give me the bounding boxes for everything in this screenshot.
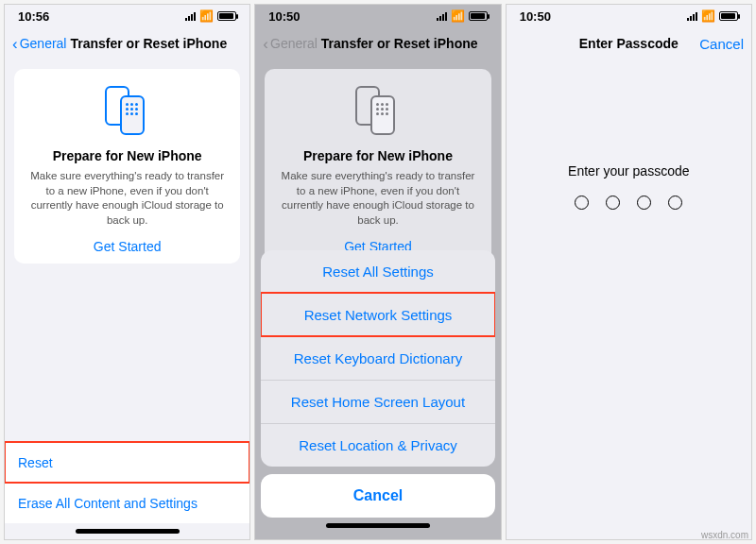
nav-title: Enter Passcode xyxy=(579,36,679,51)
battery-icon xyxy=(469,11,488,21)
battery-icon xyxy=(217,11,236,21)
action-sheet-cancel[interactable]: Cancel xyxy=(261,474,494,518)
action-sheet: Reset All Settings Reset Network Setting… xyxy=(255,245,500,539)
status-bar: 10:56 📶 xyxy=(5,5,249,27)
nav-back-general[interactable]: ‹ General xyxy=(12,36,66,52)
prepare-subtitle: Make sure everything's ready to transfer… xyxy=(26,169,229,228)
reset-keyboard-dictionary[interactable]: Reset Keyboard Dictionary xyxy=(261,336,494,380)
prepare-card: Prepare for New iPhone Make sure everyth… xyxy=(265,69,490,264)
prepare-title: Prepare for New iPhone xyxy=(276,148,479,163)
reset-all-settings[interactable]: Reset All Settings xyxy=(261,250,494,293)
watermark: wsxdn.com xyxy=(701,530,748,540)
status-time: 10:56 xyxy=(18,9,49,24)
passcode-prompt: Enter your passcode xyxy=(507,163,751,178)
wifi-icon: 📶 xyxy=(199,9,214,23)
passcode-area: Enter your passcode xyxy=(507,163,751,210)
prepare-subtitle: Make sure everything's ready to transfer… xyxy=(276,169,479,228)
status-time: 10:50 xyxy=(520,9,551,24)
screen-enter-passcode: 10:50 📶 Enter Passcode Cancel Enter your… xyxy=(506,4,752,540)
wifi-icon: 📶 xyxy=(701,9,715,23)
status-indicators: 📶 xyxy=(185,9,236,23)
cellular-icon xyxy=(185,11,196,21)
prepare-card: Prepare for New iPhone Make sure everyth… xyxy=(14,69,240,264)
status-indicators: 📶 xyxy=(687,9,738,23)
nav-back-label: General xyxy=(20,36,67,51)
nav-back-label: General xyxy=(270,36,318,51)
passcode-dots xyxy=(507,196,751,210)
reset-location-privacy[interactable]: Reset Location & Privacy xyxy=(261,423,494,467)
chevron-left-icon: ‹ xyxy=(263,36,268,52)
cellular-icon xyxy=(437,11,447,21)
reset-home-screen-layout[interactable]: Reset Home Screen Layout xyxy=(261,380,494,423)
nav-bar: ‹ General Transfer or Reset iPhone xyxy=(255,27,500,60)
battery-icon xyxy=(719,11,738,21)
nav-title: Transfer or Reset iPhone xyxy=(70,36,227,51)
bottom-options: Reset Erase All Content and Settings xyxy=(5,442,249,523)
home-indicator[interactable] xyxy=(326,523,430,528)
passcode-dot xyxy=(637,196,651,210)
nav-bar: ‹ General Transfer or Reset iPhone xyxy=(5,27,249,60)
status-time: 10:50 xyxy=(268,9,300,24)
nav-title: Transfer or Reset iPhone xyxy=(321,36,478,51)
passcode-dot xyxy=(668,196,682,210)
nav-bar: Enter Passcode Cancel xyxy=(507,27,751,60)
screen-reset-sheet: 10:50 📶 ‹ General Transfer or Reset iPho… xyxy=(254,4,501,540)
cancel-button[interactable]: Cancel xyxy=(699,36,744,52)
wifi-icon: 📶 xyxy=(451,9,465,23)
two-phones-icon xyxy=(355,86,401,137)
two-phones-icon xyxy=(105,86,150,137)
passcode-dot xyxy=(575,196,589,210)
nav-back-general: ‹ General xyxy=(263,36,317,52)
get-started-link[interactable]: Get Started xyxy=(26,239,229,254)
reset-network-settings[interactable]: Reset Network Settings xyxy=(261,293,494,336)
chevron-left-icon: ‹ xyxy=(12,36,18,52)
prepare-title: Prepare for New iPhone xyxy=(26,148,229,163)
screen-transfer-reset: 10:56 📶 ‹ General Transfer or Reset iPho… xyxy=(4,4,250,540)
home-indicator[interactable] xyxy=(76,529,180,534)
action-sheet-group: Reset All Settings Reset Network Setting… xyxy=(261,250,494,467)
reset-row[interactable]: Reset xyxy=(5,442,249,483)
status-indicators: 📶 xyxy=(437,9,488,23)
status-bar: 10:50 📶 xyxy=(255,5,500,27)
erase-all-row[interactable]: Erase All Content and Settings xyxy=(5,483,249,523)
status-bar: 10:50 📶 xyxy=(507,5,751,27)
cellular-icon xyxy=(687,11,697,21)
passcode-dot xyxy=(606,196,620,210)
